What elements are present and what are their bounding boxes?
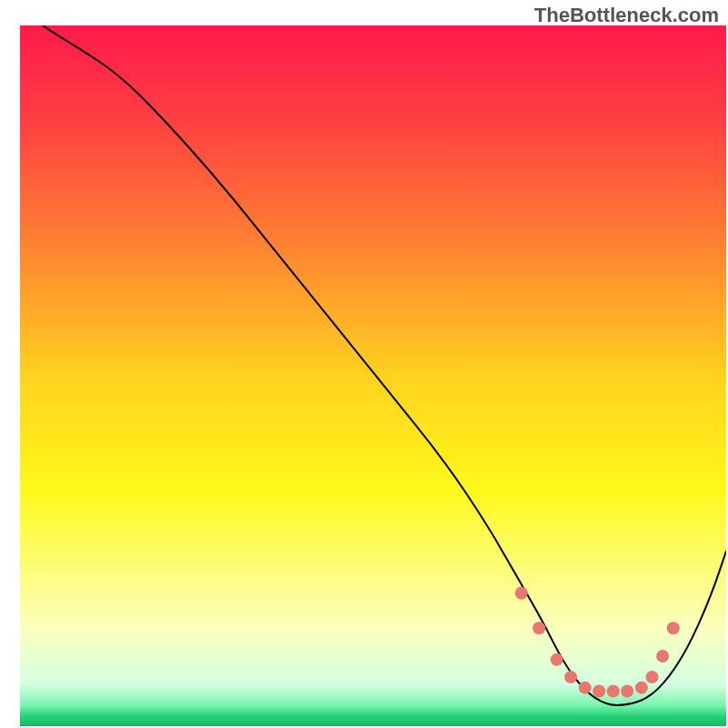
watermark-text: TheBottleneck.com (534, 4, 719, 27)
highlight-point (515, 587, 528, 600)
highlight-point (656, 650, 669, 662)
highlight-point (646, 671, 659, 683)
gradient-background (20, 25, 726, 726)
highlight-point (667, 622, 680, 634)
highlight-point (607, 685, 620, 698)
highlight-point (551, 653, 563, 666)
highlight-point (564, 671, 577, 683)
highlight-point (635, 682, 648, 694)
highlight-point (621, 685, 633, 698)
highlight-point (592, 685, 605, 698)
highlight-point (532, 622, 545, 634)
chart-container: TheBottleneck.com (0, 0, 728, 728)
highlight-point (579, 682, 592, 694)
bottleneck-plot (0, 0, 728, 728)
